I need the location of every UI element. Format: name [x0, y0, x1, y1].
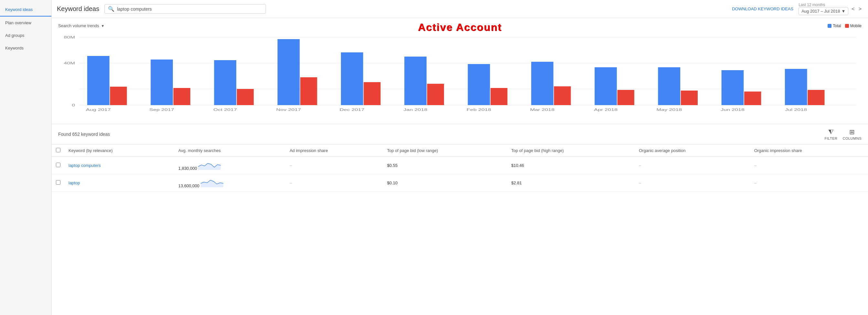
- table-body: laptop computers 1,830,000 – $0.55 $10.4…: [52, 157, 868, 192]
- svg-rect-35: [681, 91, 698, 105]
- svg-rect-22: [404, 57, 427, 105]
- svg-marker-43: [198, 163, 221, 170]
- col-top-bid-low: Top of page bid (low range): [383, 145, 507, 157]
- svg-rect-40: [785, 69, 807, 105]
- svg-text:Apr 2018: Apr 2018: [594, 108, 618, 112]
- row2-organic-avg: –: [635, 174, 750, 192]
- chart-title-dropdown-icon[interactable]: ▼: [101, 24, 104, 28]
- chart-title-row: Search volume trends ▼: [58, 23, 104, 28]
- chart-legend: Total Mobile: [828, 24, 862, 28]
- svg-text:Sep 2017: Sep 2017: [149, 108, 174, 112]
- legend-mobile-color: [845, 24, 849, 28]
- row2-checkbox-cell[interactable]: [52, 174, 65, 192]
- date-range-dropdown[interactable]: Aug 2017 – Jul 2018 ▼: [799, 7, 848, 15]
- table-row: laptop 13,600,000 – $0.10 $2.81 – –: [52, 174, 868, 192]
- row2-organic-impression: –: [750, 174, 868, 192]
- svg-rect-34: [658, 67, 680, 105]
- svg-rect-10: [151, 59, 173, 105]
- row1-checkbox[interactable]: [56, 163, 60, 167]
- chart-header: Search volume trends ▼ Active Account To…: [58, 23, 862, 28]
- columns-button[interactable]: ⊞ COLUMNS: [842, 128, 862, 140]
- chart-section: Search volume trends ▼ Active Account To…: [52, 18, 868, 124]
- search-bar[interactable]: 🔍: [104, 4, 266, 13]
- legend-total: Total: [828, 24, 841, 28]
- row2-keyword: laptop: [65, 174, 175, 192]
- row1-top-bid-low: $0.55: [383, 157, 507, 174]
- main-content: Keyword ideas 🔍 DOWNLOAD KEYWORD IDEAS L…: [52, 0, 868, 315]
- svg-text:40M: 40M: [64, 61, 75, 65]
- chart-container: 80M 40M 0 Aug 2017 Sep 2017 Oct 2017: [58, 31, 862, 121]
- table-header-row: Found 652 keyword ideas ⧨ FILTER ⊞ COLUM…: [52, 124, 868, 145]
- legend-mobile-label: Mobile: [850, 24, 862, 28]
- keywords-table: Keyword (by relevance) Avg. monthly sear…: [52, 145, 868, 192]
- col-organic-avg: Organic average position: [635, 145, 750, 157]
- row1-organic-avg: –: [635, 157, 750, 174]
- date-range-selector: Last 12 months Aug 2017 – Jul 2018 ▼ < >: [799, 3, 863, 15]
- columns-label: COLUMNS: [842, 137, 862, 140]
- row2-avg-monthly: 13,600,000: [175, 174, 286, 192]
- sidebar-item-ad-groups[interactable]: Ad groups: [0, 29, 51, 42]
- svg-rect-8: [110, 87, 127, 105]
- row2-ad-impression: –: [286, 174, 383, 192]
- svg-rect-19: [341, 52, 363, 105]
- search-input[interactable]: [117, 6, 262, 12]
- svg-marker-44: [201, 180, 223, 187]
- download-keyword-ideas-button[interactable]: DOWNLOAD KEYWORD IDEAS: [732, 6, 793, 11]
- col-avg-monthly: Avg. monthly searches: [175, 145, 286, 157]
- nav-arrows: < >: [850, 5, 863, 12]
- table-row: laptop computers 1,830,000 – $0.55 $10.4…: [52, 157, 868, 174]
- row2-top-bid-high: $2.81: [507, 174, 635, 192]
- header: Keyword ideas 🔍 DOWNLOAD KEYWORD IDEAS L…: [52, 0, 868, 18]
- svg-rect-31: [595, 67, 617, 105]
- row2-checkbox[interactable]: [56, 180, 60, 185]
- legend-total-label: Total: [833, 24, 841, 28]
- svg-text:80M: 80M: [64, 35, 75, 39]
- sidebar-item-plan-overview[interactable]: Plan overview: [0, 17, 51, 29]
- svg-rect-7: [87, 56, 110, 105]
- svg-rect-11: [174, 88, 190, 105]
- svg-text:Feb 2018: Feb 2018: [467, 108, 491, 112]
- columns-icon: ⊞: [849, 128, 855, 136]
- svg-text:May 2018: May 2018: [656, 108, 682, 112]
- nav-prev-button[interactable]: <: [850, 5, 856, 12]
- legend-total-color: [828, 24, 832, 28]
- filter-label: FILTER: [825, 137, 837, 140]
- nav-next-button[interactable]: >: [857, 5, 863, 12]
- date-range-value: Aug 2017 – Jul 2018: [801, 9, 840, 13]
- svg-text:Oct 2017: Oct 2017: [213, 108, 237, 112]
- chart-title: Search volume trends: [58, 23, 99, 28]
- select-all-header[interactable]: [52, 145, 65, 157]
- select-all-checkbox[interactable]: [56, 148, 60, 152]
- svg-rect-38: [744, 91, 761, 105]
- svg-text:0: 0: [72, 103, 75, 107]
- bar-chart: 80M 40M 0 Aug 2017 Sep 2017 Oct 2017: [58, 31, 862, 121]
- sidebar: Keyword ideas Plan overview Ad groups Ke…: [0, 0, 52, 315]
- svg-rect-29: [554, 86, 571, 105]
- svg-text:Dec 2017: Dec 2017: [340, 108, 365, 112]
- svg-rect-14: [237, 89, 254, 105]
- col-keyword: Keyword (by relevance): [65, 145, 175, 157]
- row1-organic-impression: –: [750, 157, 868, 174]
- sidebar-item-keywords[interactable]: Keywords: [0, 42, 51, 54]
- filter-button[interactable]: ⧨ FILTER: [825, 128, 837, 140]
- row1-avg-monthly: 1,830,000: [175, 157, 286, 174]
- search-icon: 🔍: [108, 6, 115, 12]
- row1-top-bid-high: $10.46: [507, 157, 635, 174]
- date-dropdown-arrow: ▼: [841, 9, 845, 13]
- date-range-label: Last 12 months: [799, 3, 848, 7]
- sidebar-item-keyword-ideas[interactable]: Keyword ideas: [0, 3, 51, 17]
- svg-text:Aug 2017: Aug 2017: [86, 108, 111, 112]
- col-organic-impression: Organic impression share: [750, 145, 868, 157]
- svg-rect-41: [808, 90, 825, 105]
- row1-sparkline: [198, 160, 221, 170]
- row1-checkbox-cell[interactable]: [52, 157, 65, 174]
- row1-keyword: laptop computers: [65, 157, 175, 174]
- svg-text:Mar 2018: Mar 2018: [530, 108, 555, 112]
- svg-rect-37: [722, 70, 744, 105]
- svg-rect-26: [491, 88, 507, 105]
- row2-sparkline: [201, 177, 223, 187]
- svg-rect-25: [468, 64, 490, 105]
- svg-rect-13: [214, 60, 236, 105]
- svg-text:Nov 2017: Nov 2017: [276, 108, 301, 112]
- svg-rect-32: [617, 90, 634, 105]
